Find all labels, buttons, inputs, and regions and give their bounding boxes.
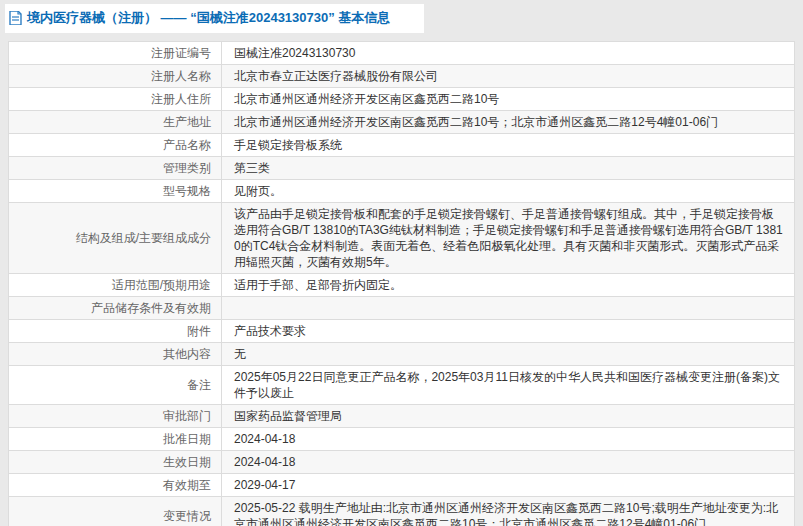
table-row: 其他内容无 xyxy=(9,343,795,366)
table-row: 型号规格见附页。 xyxy=(9,180,795,203)
table-row: 批准日期2024-04-18 xyxy=(9,428,795,451)
row-value: 第三类 xyxy=(222,157,795,180)
row-label-text: 审批部门 xyxy=(163,409,211,423)
row-value: 2024-04-18 xyxy=(222,428,795,451)
row-value: 北京市春立正达医疗器械股份有限公司 xyxy=(222,65,795,88)
row-label: 适用范围/预期用途 xyxy=(9,274,222,297)
row-label: 型号规格 xyxy=(9,180,222,203)
row-value: 2025-05-22 载明生产地址由:北京市通州区通州经济开发区南区鑫觅西二路1… xyxy=(222,497,795,526)
page-title: 境内医疗器械（注册） —— “国械注准20243130730” 基本信息 xyxy=(27,9,390,27)
row-value: 2024-04-18 xyxy=(222,451,795,474)
row-label-text: 产品储存条件及有效期 xyxy=(91,301,211,315)
registration-info-table: 注册证编号国械注准20243130730注册人名称北京市春立正达医疗器械股份有限… xyxy=(8,41,795,526)
table-row: 产品储存条件及有效期 xyxy=(9,297,795,320)
row-label-text: 注册人住所 xyxy=(151,92,211,106)
row-label-text: 注册人名称 xyxy=(151,69,211,83)
table-row: 生效日期2024-04-18 xyxy=(9,451,795,474)
row-value xyxy=(222,297,795,320)
row-value: 适用于手部、足部骨折内固定。 xyxy=(222,274,795,297)
row-value: 2029-04-17 xyxy=(222,474,795,497)
row-label-text: 适用范围/预期用途 xyxy=(112,278,211,292)
row-label: 生产地址 xyxy=(9,111,222,134)
row-label-text: 注册证编号 xyxy=(151,46,211,60)
row-value: 国械注准20243130730 xyxy=(222,42,795,65)
row-label-text: 备注 xyxy=(187,378,211,392)
row-label-text: 产品名称 xyxy=(163,138,211,152)
row-value: 产品技术要求 xyxy=(222,320,795,343)
row-label: 结构及组成/主要组成成分 xyxy=(9,203,222,274)
table-row: 适用范围/预期用途适用于手部、足部骨折内固定。 xyxy=(9,274,795,297)
row-value: 无 xyxy=(222,343,795,366)
row-value: 手足锁定接骨板系统 xyxy=(222,134,795,157)
row-label-text: 生效日期 xyxy=(163,455,211,469)
row-label: 审批部门 xyxy=(9,405,222,428)
row-label: 变更情况 xyxy=(9,497,222,526)
table-row: 注册人住所北京市通州区通州经济开发区南区鑫觅西二路10号 xyxy=(9,88,795,111)
row-value: 2025年05月22日同意更正产品名称，2025年03月11日核发的中华人民共和… xyxy=(222,366,795,405)
row-value: 见附页。 xyxy=(222,180,795,203)
table-row: 备注2025年05月22日同意更正产品名称，2025年03月11日核发的中华人民… xyxy=(9,366,795,405)
row-label: 生效日期 xyxy=(9,451,222,474)
row-label: 产品名称 xyxy=(9,134,222,157)
row-label: 备注 xyxy=(9,366,222,405)
row-label: 批准日期 xyxy=(9,428,222,451)
row-label-text: 生产地址 xyxy=(163,115,211,129)
table-row: 注册证编号国械注准20243130730 xyxy=(9,42,795,65)
row-label-text: 变更情况 xyxy=(163,509,211,523)
row-label: 其他内容 xyxy=(9,343,222,366)
row-label-text: 附件 xyxy=(187,324,211,338)
row-label: 注册人名称 xyxy=(9,65,222,88)
table-row: 管理类别第三类 xyxy=(9,157,795,180)
row-label: 附件 xyxy=(9,320,222,343)
row-value: 该产品由手足锁定接骨板和配套的手足锁定接骨螺钉、手足普通接骨螺钉组成。其中，手足… xyxy=(222,203,795,274)
row-label-text: 有效期至 xyxy=(163,478,211,492)
row-label-text: 管理类别 xyxy=(163,161,211,175)
table-row: 有效期至2029-04-17 xyxy=(9,474,795,497)
row-label: 产品储存条件及有效期 xyxy=(9,297,222,320)
row-label-text: 其他内容 xyxy=(163,347,211,361)
row-label: 注册人住所 xyxy=(9,88,222,111)
row-label: 注册证编号 xyxy=(9,42,222,65)
table-row: 产品名称手足锁定接骨板系统 xyxy=(9,134,795,157)
row-value: 国家药品监督管理局 xyxy=(222,405,795,428)
row-label: 管理类别 xyxy=(9,157,222,180)
table-row: 生产地址北京市通州区通州经济开发区南区鑫觅西二路10号；北京市通州区鑫觅二路12… xyxy=(9,111,795,134)
table-row: 变更情况2025-05-22 载明生产地址由:北京市通州区通州经济开发区南区鑫觅… xyxy=(9,497,795,526)
table-row: 审批部门国家药品监督管理局 xyxy=(9,405,795,428)
row-label-text: 批准日期 xyxy=(163,432,211,446)
row-label-text: 结构及组成/主要组成成分 xyxy=(76,231,211,245)
table-row: 结构及组成/主要组成成分该产品由手足锁定接骨板和配套的手足锁定接骨螺钉、手足普通… xyxy=(9,203,795,274)
table-row: 注册人名称北京市春立正达医疗器械股份有限公司 xyxy=(9,65,795,88)
row-label: 有效期至 xyxy=(9,474,222,497)
document-icon xyxy=(9,11,22,25)
page-header: 境内医疗器械（注册） —— “国械注准20243130730” 基本信息 xyxy=(5,4,424,33)
row-label-text: 型号规格 xyxy=(163,184,211,198)
row-value: 北京市通州区通州经济开发区南区鑫觅西二路10号 xyxy=(222,88,795,111)
row-value: 北京市通州区通州经济开发区南区鑫觅西二路10号；北京市通州区鑫觅二路12号4幢0… xyxy=(222,111,795,134)
table-row: 附件产品技术要求 xyxy=(9,320,795,343)
